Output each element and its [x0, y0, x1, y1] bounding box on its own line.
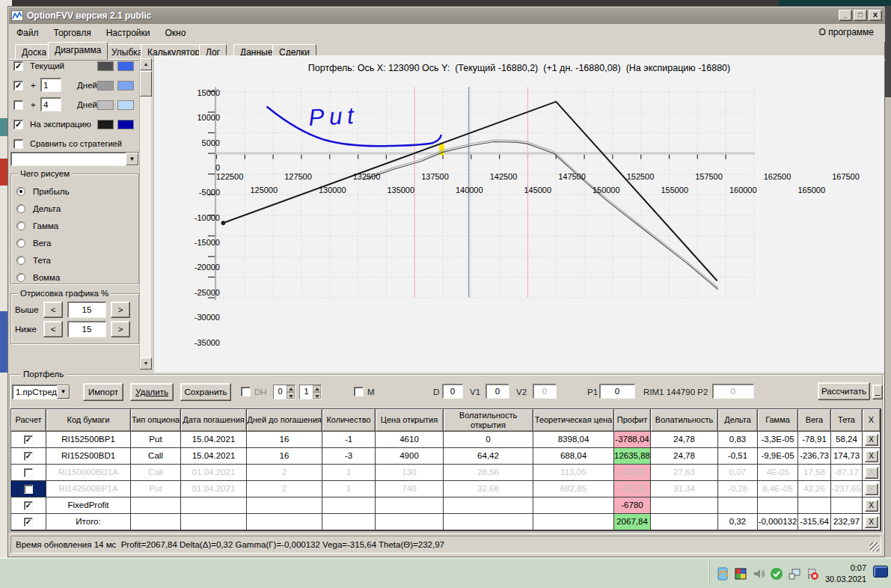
row-checkbox[interactable]	[24, 452, 33, 461]
radio-option-2[interactable]: Дельта	[16, 200, 133, 217]
table-cell[interactable]: 17,58	[798, 465, 831, 481]
radio-option-1[interactable]: Прибыль	[16, 183, 133, 200]
radio-icon[interactable]	[16, 256, 25, 265]
row-checkbox[interactable]	[24, 435, 33, 444]
delete-row-button[interactable]: X	[865, 434, 878, 446]
row-calc-cell[interactable]	[11, 481, 46, 497]
flag-error-icon[interactable]	[806, 567, 819, 581]
row-calc-cell[interactable]	[11, 448, 46, 465]
table-cell[interactable]: -57,15	[614, 481, 651, 497]
above-increment-button[interactable]: >	[111, 301, 130, 318]
table-cell[interactable]: 2	[247, 481, 322, 497]
spin-down-icon[interactable]	[313, 392, 321, 399]
row-checkbox[interactable]	[24, 485, 33, 494]
minimized-widget-button[interactable]: _	[872, 385, 883, 399]
table-cell[interactable]	[376, 514, 444, 530]
table-cell[interactable]: Put	[131, 432, 181, 448]
below-increment-button[interactable]: >	[111, 321, 130, 337]
row-checkbox[interactable]	[24, 518, 33, 527]
dh-spinner-1[interactable]: 0	[273, 385, 296, 399]
table-cell[interactable]: 1	[322, 465, 376, 481]
column-header[interactable]: Код бумаги	[46, 409, 131, 432]
table-cell[interactable]: 8,4E-05	[758, 481, 798, 497]
table-cell[interactable]	[131, 497, 181, 514]
left-panel-scrollbar[interactable]: ▲ ▼	[139, 58, 151, 370]
strategy-dropdown[interactable]: ▼	[10, 152, 139, 166]
column-header[interactable]: Дельта	[718, 409, 758, 432]
v1-field[interactable]	[486, 384, 509, 399]
table-cell[interactable]: 15.04.2021	[181, 432, 247, 448]
delete-button[interactable]: Удалить	[130, 383, 174, 401]
row-checkbox[interactable]	[24, 501, 33, 510]
table-cell[interactable]: Put	[131, 481, 181, 497]
radio-icon[interactable]	[16, 204, 25, 213]
delete-row-button[interactable]: X	[865, 450, 878, 462]
table-row[interactable]: RI142500BP1APut01.04.20212174032,68682,8…	[11, 481, 881, 497]
title-bar[interactable]: OptionFVV версия 2.1 public _ □ X	[9, 7, 885, 24]
delete-row-button[interactable]: X	[865, 516, 878, 528]
table-cell[interactable]	[444, 497, 533, 514]
table-cell[interactable]: 15.04.2021	[181, 448, 247, 465]
input-plus4-days[interactable]	[40, 97, 61, 111]
below-decrement-button[interactable]: <	[43, 321, 63, 337]
table-cell[interactable]	[444, 514, 533, 530]
calculate-button[interactable]: Рассчитать	[818, 382, 870, 400]
save-button[interactable]: Сохранить	[180, 383, 231, 401]
radio-option-4[interactable]: Вега	[16, 234, 133, 251]
table-cell[interactable]: 740	[376, 481, 444, 497]
resize-grip[interactable]	[870, 542, 879, 551]
chevron-down-icon[interactable]: ▼	[57, 385, 70, 399]
portfolio-preset-dropdown[interactable]: 1.прСтредл ▼	[12, 385, 70, 399]
column-header[interactable]: Волатильность открытия	[444, 409, 533, 432]
table-row[interactable]: FixedProfit-6780X	[11, 497, 881, 514]
m-checkbox[interactable]	[354, 387, 364, 396]
profit-chart[interactable]: Put	[154, 55, 885, 373]
table-cell[interactable]: Call	[131, 448, 181, 465]
table-cell[interactable]: 130	[376, 465, 444, 481]
table-cell[interactable]	[322, 497, 376, 514]
radio-icon[interactable]	[16, 187, 25, 196]
table-cell[interactable]: 2067,84	[614, 514, 651, 530]
above-value-field[interactable]	[67, 301, 106, 318]
table-cell[interactable]: RI142500BP1A	[46, 481, 131, 497]
radio-option-6[interactable]: Вомма	[16, 269, 133, 286]
column-header[interactable]: Цена открытия	[376, 409, 444, 432]
column-header[interactable]: Гамма	[758, 409, 798, 432]
table-cell[interactable]: -78,91	[798, 432, 831, 448]
table-cell[interactable]	[131, 514, 181, 530]
table-cell[interactable]	[831, 497, 863, 514]
table-cell[interactable]: RI152500BP1	[46, 432, 131, 448]
network-icon[interactable]	[788, 567, 801, 581]
table-cell[interactable]: 27,63	[651, 465, 718, 481]
delete-row-button[interactable]: X	[865, 467, 878, 479]
menu-file[interactable]: Файл	[9, 25, 46, 40]
table-cell[interactable]: 8398,04	[533, 432, 614, 448]
table-cell[interactable]: -1	[322, 432, 376, 448]
table-cell[interactable]: 4E-05	[758, 465, 798, 481]
table-cell[interactable]	[181, 514, 247, 530]
minimize-button[interactable]: _	[839, 10, 852, 21]
menu-window[interactable]: Окно	[158, 25, 194, 40]
table-cell[interactable]: 24,78	[651, 432, 718, 448]
row-checkbox[interactable]	[24, 468, 33, 477]
column-header[interactable]: Профит	[614, 409, 651, 432]
column-header[interactable]: Теоретическая цена	[533, 409, 614, 432]
table-cell[interactable]: 0,83	[718, 432, 758, 448]
above-decrement-button[interactable]: <	[43, 301, 63, 318]
chevron-down-icon[interactable]: ▼	[126, 153, 138, 165]
radio-option-3[interactable]: Гамма	[16, 217, 133, 234]
d-field[interactable]	[442, 384, 463, 399]
p1-field[interactable]	[599, 384, 635, 399]
table-cell[interactable]	[651, 497, 718, 514]
table-cell[interactable]: 32,68	[444, 481, 533, 497]
input-plus1-days[interactable]	[40, 78, 61, 92]
taskbar-clock[interactable]: 0:07 30.03.2021	[825, 563, 866, 584]
close-button[interactable]: X	[869, 10, 882, 21]
table-cell[interactable]	[376, 497, 444, 514]
table-cell[interactable]: -237,65	[831, 481, 863, 497]
table-row[interactable]: RI150000BD1ACall01.04.20212113028,56113,…	[11, 465, 881, 481]
column-header[interactable]: Тип опциона	[131, 409, 181, 432]
radio-option-5[interactable]: Тета	[16, 251, 133, 269]
column-header[interactable]: Дней до погашения	[247, 409, 322, 432]
column-header[interactable]: Волатильность	[651, 409, 718, 432]
